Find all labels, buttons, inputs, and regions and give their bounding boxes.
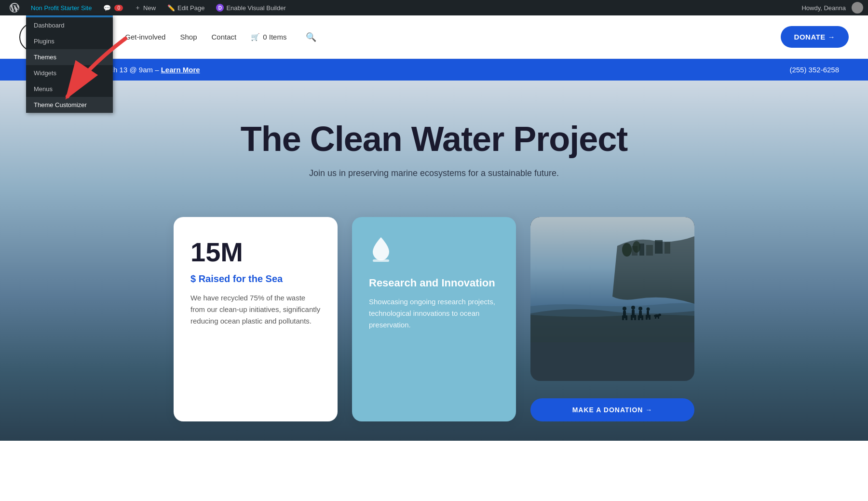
dashboard-menu-item[interactable]: Dashboard bbox=[26, 17, 113, 33]
svg-point-22 bbox=[647, 308, 650, 311]
svg-rect-28 bbox=[655, 316, 656, 319]
svg-point-10 bbox=[623, 307, 626, 311]
plus-icon: ＋ bbox=[135, 3, 141, 12]
svg-point-14 bbox=[631, 306, 635, 310]
cards-section: 15M $ Raised for the Sea We have recycle… bbox=[169, 207, 699, 421]
svg-rect-5 bbox=[646, 245, 653, 256]
site-name-container: Non Profit Starter Site Dashboard Plugin… bbox=[26, 0, 96, 15]
svg-rect-12 bbox=[622, 315, 624, 320]
theme-customizer-menu-item[interactable]: Theme Customizer bbox=[26, 97, 113, 113]
stat-card: 15M $ Raised for the Sea We have recycle… bbox=[174, 217, 338, 421]
water-drop-icon bbox=[369, 236, 499, 267]
cart-items-count: 0 Items bbox=[263, 33, 286, 41]
image-card-container: MAKE A DONATION → bbox=[530, 217, 694, 421]
new-label: New bbox=[143, 4, 156, 12]
stat-description: We have recycled 75% of the waste from o… bbox=[190, 292, 321, 327]
search-button[interactable]: 🔍 bbox=[306, 32, 316, 42]
admin-bar-left: Non Profit Starter Site Dashboard Plugin… bbox=[5, 0, 291, 15]
edit-page-button[interactable]: ✏️ Edit Page bbox=[163, 0, 209, 15]
admin-bar-right: Howdy, Deanna bbox=[798, 2, 863, 14]
enable-visual-builder-label: Enable Visual Builder bbox=[226, 4, 285, 12]
banner-learn-more-link[interactable]: Learn More bbox=[161, 66, 200, 74]
svg-point-8 bbox=[622, 243, 632, 257]
edit-page-label: Edit Page bbox=[177, 4, 204, 12]
hero-subtitle: Join us in preserving marine ecosystems … bbox=[309, 168, 559, 178]
wp-logo-button[interactable] bbox=[5, 0, 24, 15]
svg-rect-1 bbox=[373, 259, 389, 262]
divi-button[interactable]: D Enable Visual Builder bbox=[211, 0, 290, 15]
svg-rect-21 bbox=[641, 315, 643, 320]
svg-rect-24 bbox=[646, 315, 648, 320]
svg-rect-6 bbox=[655, 240, 663, 254]
new-content-button[interactable]: ＋ New bbox=[130, 0, 161, 15]
banner-phone: (255) 352-6258 bbox=[789, 66, 839, 74]
site-header: D About Blog Get-involved Shop Contact 🛒… bbox=[0, 15, 868, 59]
stat-label: $ Raised for the Sea bbox=[190, 273, 321, 284]
nav-get-involved[interactable]: Get-involved bbox=[125, 33, 165, 41]
comments-count: 0 bbox=[114, 5, 123, 11]
svg-point-18 bbox=[638, 307, 642, 311]
svg-rect-25 bbox=[649, 315, 651, 320]
cart-button[interactable]: 🛒 0 Items bbox=[251, 33, 286, 41]
edit-icon: ✏️ bbox=[167, 4, 175, 12]
widgets-menu-item[interactable]: Widgets bbox=[26, 65, 113, 81]
site-name-button[interactable]: Non Profit Starter Site bbox=[26, 0, 96, 15]
comment-bubble-icon: 💬 bbox=[103, 4, 111, 12]
comments-button[interactable]: 💬 0 bbox=[98, 0, 128, 15]
svg-rect-7 bbox=[665, 242, 670, 254]
make-donation-button[interactable]: MAKE A DONATION → bbox=[530, 398, 694, 421]
divi-icon: D bbox=[216, 4, 224, 12]
site-name-label: Non Profit Starter Site bbox=[31, 4, 92, 12]
svg-rect-16 bbox=[631, 315, 633, 320]
howdy-label: Howdy, Deanna bbox=[798, 4, 850, 12]
themes-menu-item[interactable]: Themes bbox=[26, 49, 113, 65]
hero-section: The Clean Water Project Join us in prese… bbox=[0, 81, 868, 441]
svg-rect-13 bbox=[625, 315, 627, 320]
plugins-menu-item[interactable]: Plugins bbox=[26, 33, 113, 49]
research-card: Research and Innovation Showcasing ongoi… bbox=[352, 217, 516, 421]
coastal-image-card bbox=[530, 217, 694, 381]
svg-point-27 bbox=[658, 314, 661, 316]
cart-icon: 🛒 bbox=[251, 33, 260, 41]
svg-rect-17 bbox=[634, 315, 636, 320]
site-nav: About Blog Get-involved Shop Contact 🛒 0… bbox=[63, 32, 781, 42]
research-card-title: Research and Innovation bbox=[369, 277, 499, 289]
avatar bbox=[852, 2, 863, 14]
nav-contact[interactable]: Contact bbox=[212, 33, 237, 41]
research-card-text: Showcasing ongoing research projects, te… bbox=[369, 296, 499, 331]
hero-title: The Clean Water Project bbox=[241, 119, 628, 159]
info-banner: Beach Cleanup Day: March 13 @ 9am – Lear… bbox=[0, 59, 868, 81]
stat-number: 15M bbox=[190, 236, 321, 268]
svg-rect-20 bbox=[638, 315, 640, 320]
menus-menu-item[interactable]: Menus bbox=[26, 81, 113, 97]
svg-point-9 bbox=[633, 241, 640, 253]
svg-rect-29 bbox=[658, 316, 659, 319]
coastal-image bbox=[530, 217, 694, 342]
donate-button[interactable]: DONATE → bbox=[781, 26, 849, 48]
nav-shop[interactable]: Shop bbox=[180, 33, 197, 41]
appearance-dropdown: Dashboard Plugins Themes Widgets Menus T… bbox=[26, 15, 113, 113]
admin-bar: Non Profit Starter Site Dashboard Plugin… bbox=[0, 0, 868, 15]
